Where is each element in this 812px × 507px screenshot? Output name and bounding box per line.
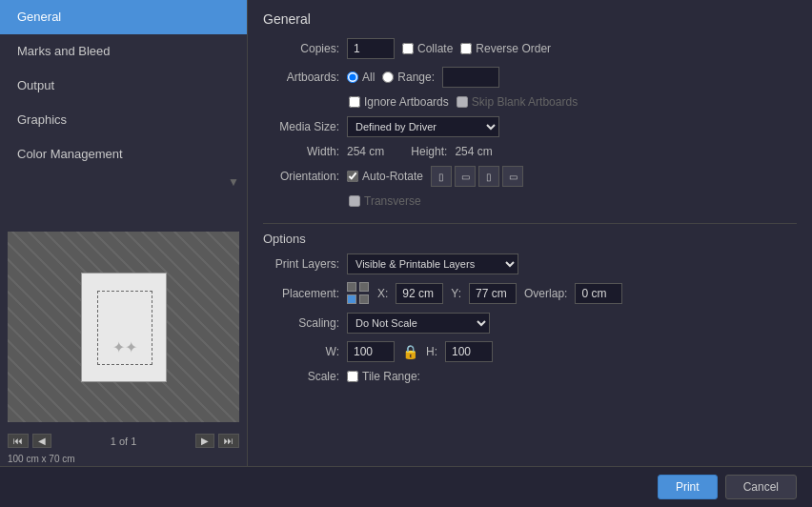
scale-label: Scale: <box>263 370 339 383</box>
artboards-all-radio[interactable] <box>347 71 358 83</box>
bottom-bar: Print Cancel <box>0 466 812 507</box>
width-label: Width: <box>263 145 339 158</box>
scaling-select[interactable]: Do Not Scale <box>347 313 490 334</box>
next-button[interactable]: ▶ <box>195 434 214 448</box>
preview-controls: ⏮ ◀ 1 of 1 ▶ ⏭ <box>0 430 247 452</box>
placement-label: Placement: <box>263 287 339 300</box>
preview-content-icon: ✦✦ <box>112 338 137 356</box>
artboards-range-group: Range: <box>382 71 435 84</box>
placement-dot-tr <box>359 282 369 292</box>
auto-rotate-checkbox[interactable] <box>347 171 358 182</box>
tile-range-group: Tile Range: <box>347 370 420 383</box>
section-title: General <box>263 11 797 27</box>
h-label: H: <box>426 345 437 358</box>
page-info: 1 of 1 <box>55 436 192 447</box>
left-panel: General Marks and Bleed Output Graphics … <box>0 0 248 466</box>
orientation-landscape-btn[interactable]: ▭ <box>455 166 476 187</box>
placement-dot-tl <box>347 282 356 292</box>
sidebar-item-color-management[interactable]: Color Management <box>0 137 247 172</box>
skip-blank-label: Skip Blank Artboards <box>472 95 578 109</box>
cancel-button[interactable]: Cancel <box>725 475 797 499</box>
options-label: Options <box>263 232 797 246</box>
preview-area: ✦✦ <box>8 232 239 422</box>
overlap-input[interactable] <box>575 283 622 304</box>
ignore-artboards-row: Ignore Artboards Skip Blank Artboards <box>263 95 797 109</box>
next-last-button[interactable]: ⏭ <box>218 434 239 448</box>
copies-input[interactable] <box>347 38 395 59</box>
transverse-row: Transverse <box>263 194 797 208</box>
orientation-portrait-flip-btn[interactable]: ▯ <box>478 166 499 187</box>
y-label: Y: <box>451 287 461 300</box>
sidebar-item-marks-bleed[interactable]: Marks and Bleed <box>0 34 247 69</box>
scroll-down-icon: ▼ <box>0 172 247 193</box>
artboards-row: Artboards: All Range: <box>263 67 797 88</box>
reverse-order-label: Reverse Order <box>476 42 551 55</box>
placement-dot-br <box>359 294 369 304</box>
scale-row: Scale: Tile Range: <box>263 370 797 383</box>
collate-label: Collate <box>417 42 453 55</box>
tile-range-checkbox[interactable] <box>347 371 358 382</box>
divider-1 <box>263 223 797 224</box>
nav-list: General Marks and Bleed Output Graphics … <box>0 0 247 224</box>
transverse-label: Transverse <box>364 194 421 208</box>
artboards-all-label: All <box>362 71 375 84</box>
auto-rotate-label: Auto-Rotate <box>362 170 423 183</box>
prev-first-button[interactable]: ⏮ <box>8 434 29 448</box>
tile-range-label: Tile Range: <box>362 370 420 383</box>
artboards-range-label: Range: <box>397 71 435 84</box>
sidebar-item-output[interactable]: Output <box>0 69 247 103</box>
media-size-label: Media Size: <box>263 120 339 133</box>
orientation-label: Orientation: <box>263 170 339 183</box>
orientation-landscape-flip-btn[interactable]: ▭ <box>502 166 523 187</box>
orientation-buttons: ▯ ▭ ▯ ▭ <box>431 166 523 187</box>
copies-label: Copies: <box>263 42 339 55</box>
sidebar-item-graphics[interactable]: Graphics <box>0 103 247 137</box>
reverse-order-checkbox[interactable] <box>460 43 472 54</box>
preview-size-info: 100 cm x 70 cm <box>0 452 247 466</box>
media-size-select[interactable]: Defined by Driver <box>347 116 499 137</box>
prev-button[interactable]: ◀ <box>32 434 51 448</box>
right-panel: General Copies: Collate Reverse Order Ar… <box>248 0 812 466</box>
media-size-row: Media Size: Defined by Driver <box>263 116 797 137</box>
preview-content-box: ✦✦ <box>97 291 152 365</box>
skip-blank-checkbox <box>457 96 468 108</box>
collate-group: Collate <box>402 42 453 55</box>
ignore-artboards-checkbox[interactable] <box>349 96 360 108</box>
artboards-range-input[interactable] <box>442 67 499 88</box>
collate-checkbox[interactable] <box>402 43 414 54</box>
artboards-range-radio[interactable] <box>382 71 394 83</box>
overlap-label: Overlap: <box>524 287 567 300</box>
scaling-row: Scaling: Do Not Scale <box>263 313 797 334</box>
orientation-portrait-btn[interactable]: ▯ <box>431 166 452 187</box>
print-button[interactable]: Print <box>658 475 718 499</box>
preview-page: ✦✦ <box>81 273 167 382</box>
width-value: 254 cm <box>347 145 384 158</box>
ignore-artboards-label: Ignore Artboards <box>364 95 449 109</box>
height-value: 254 cm <box>455 145 492 158</box>
placement-dot-bl <box>347 294 356 304</box>
print-layers-select[interactable]: Visible & Printable Layers <box>347 254 518 274</box>
placement-row: Placement: X: Y: Overlap: <box>263 282 797 305</box>
x-label: X: <box>377 287 388 300</box>
sidebar-item-general[interactable]: General <box>0 0 247 34</box>
transverse-checkbox <box>349 195 360 207</box>
skip-blank-group: Skip Blank Artboards <box>457 95 578 109</box>
w-label: W: <box>263 345 339 358</box>
placement-grid-icon[interactable] <box>347 282 370 305</box>
print-layers-row: Print Layers: Visible & Printable Layers <box>263 254 797 274</box>
reverse-order-group: Reverse Order <box>460 42 551 55</box>
print-layers-label: Print Layers: <box>263 257 339 271</box>
w-input[interactable] <box>347 341 395 362</box>
height-label: Height: <box>411 145 447 158</box>
orientation-row: Orientation: Auto-Rotate ▯ ▭ ▯ ▭ <box>263 166 797 187</box>
auto-rotate-group: Auto-Rotate <box>347 170 423 183</box>
lock-icon[interactable]: 🔒 <box>402 344 418 359</box>
artboards-label: Artboards: <box>263 71 339 84</box>
y-input[interactable] <box>469 283 517 304</box>
print-dialog: General Marks and Bleed Output Graphics … <box>0 0 812 466</box>
h-input[interactable] <box>445 341 493 362</box>
artboards-all-group: All <box>347 71 375 84</box>
x-input[interactable] <box>396 283 443 304</box>
ignore-artboards-group: Ignore Artboards <box>349 95 449 109</box>
transverse-group: Transverse <box>349 194 421 208</box>
